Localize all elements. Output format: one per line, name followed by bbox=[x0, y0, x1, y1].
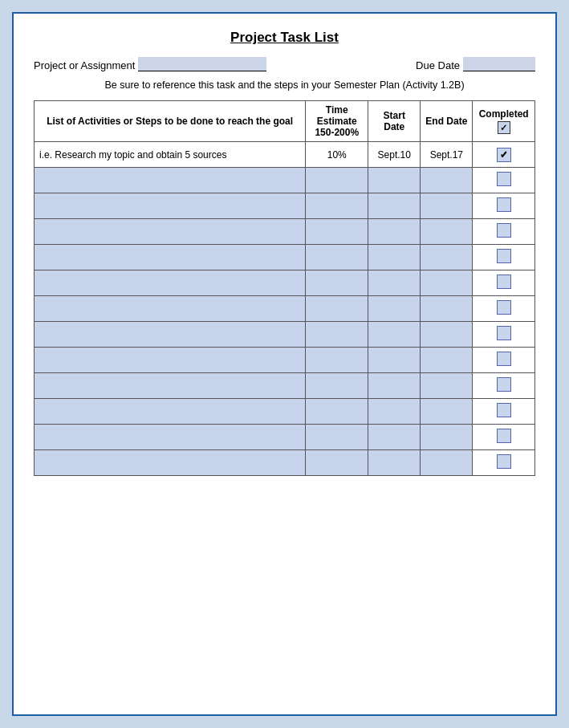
td-time[interactable] bbox=[306, 245, 368, 270]
td-time[interactable] bbox=[306, 219, 368, 245]
td-completed[interactable] bbox=[473, 373, 535, 399]
checkbox-icon[interactable] bbox=[497, 300, 511, 315]
td-activity[interactable] bbox=[35, 373, 306, 399]
checkbox-icon[interactable] bbox=[497, 249, 511, 263]
td-completed[interactable] bbox=[473, 399, 535, 425]
td-end[interactable] bbox=[421, 245, 473, 270]
td-activity[interactable] bbox=[35, 348, 306, 373]
checkbox-icon[interactable] bbox=[497, 377, 511, 392]
td-time[interactable] bbox=[306, 322, 368, 348]
table-row bbox=[35, 270, 535, 296]
td-time[interactable] bbox=[306, 296, 368, 322]
td-end[interactable] bbox=[421, 193, 473, 219]
checkbox-icon[interactable] bbox=[497, 326, 511, 340]
td-completed[interactable] bbox=[473, 348, 535, 373]
td-start[interactable] bbox=[368, 296, 421, 322]
due-date-label: Due Date bbox=[416, 59, 460, 71]
table-row bbox=[35, 168, 535, 193]
checkbox-icon[interactable] bbox=[497, 197, 511, 212]
checkbox-icon[interactable] bbox=[497, 352, 511, 366]
td-completed-example[interactable]: ✓ bbox=[473, 142, 535, 168]
td-end[interactable] bbox=[421, 322, 473, 348]
th-start: Start Date bbox=[368, 101, 421, 142]
td-time[interactable] bbox=[306, 399, 368, 425]
th-time: Time Estimate 150-200% bbox=[306, 101, 368, 142]
checkbox-icon[interactable] bbox=[497, 223, 511, 238]
td-start[interactable] bbox=[368, 399, 421, 425]
td-completed[interactable] bbox=[473, 219, 535, 245]
td-start[interactable] bbox=[368, 373, 421, 399]
td-start[interactable] bbox=[368, 245, 421, 270]
td-time[interactable] bbox=[306, 193, 368, 219]
td-start[interactable] bbox=[368, 425, 421, 450]
td-activity[interactable] bbox=[35, 245, 306, 270]
td-start[interactable] bbox=[368, 348, 421, 373]
table-row bbox=[35, 245, 535, 270]
td-activity[interactable] bbox=[35, 399, 306, 425]
td-time[interactable] bbox=[306, 425, 368, 450]
td-time[interactable] bbox=[306, 270, 368, 296]
checkbox-icon[interactable] bbox=[497, 275, 511, 289]
td-activity[interactable] bbox=[35, 425, 306, 450]
checkbox-icon[interactable] bbox=[497, 454, 511, 469]
td-activity-example: i.e. Research my topic and obtain 5 sour… bbox=[35, 142, 306, 168]
td-completed[interactable] bbox=[473, 296, 535, 322]
table-row bbox=[35, 450, 535, 476]
header-checkmark-icon: ✓ bbox=[498, 121, 510, 134]
table-header-row: List of Activities or Steps to be done t… bbox=[35, 101, 535, 142]
due-date-input[interactable] bbox=[463, 57, 535, 71]
table-row bbox=[35, 399, 535, 425]
td-activity[interactable] bbox=[35, 296, 306, 322]
table-row bbox=[35, 322, 535, 348]
td-activity[interactable] bbox=[35, 450, 306, 476]
project-label: Project or Assignment bbox=[34, 59, 135, 71]
td-activity[interactable] bbox=[35, 193, 306, 219]
td-start[interactable] bbox=[368, 450, 421, 476]
td-end[interactable] bbox=[421, 168, 473, 193]
table-row bbox=[35, 193, 535, 219]
td-completed[interactable] bbox=[473, 245, 535, 270]
td-end-example: Sept.17 bbox=[421, 142, 473, 168]
td-activity[interactable] bbox=[35, 168, 306, 193]
td-end[interactable] bbox=[421, 399, 473, 425]
td-time-example: 10% bbox=[306, 142, 368, 168]
td-start[interactable] bbox=[368, 193, 421, 219]
table-body: i.e. Research my topic and obtain 5 sour… bbox=[35, 142, 535, 476]
td-end[interactable] bbox=[421, 296, 473, 322]
td-time[interactable] bbox=[306, 168, 368, 193]
table-row-example: i.e. Research my topic and obtain 5 sour… bbox=[35, 142, 535, 168]
td-end[interactable] bbox=[421, 373, 473, 399]
td-time[interactable] bbox=[306, 348, 368, 373]
td-start[interactable] bbox=[368, 270, 421, 296]
checkbox-icon[interactable] bbox=[497, 172, 511, 186]
td-completed[interactable] bbox=[473, 322, 535, 348]
td-end[interactable] bbox=[421, 270, 473, 296]
td-end[interactable] bbox=[421, 450, 473, 476]
td-end[interactable] bbox=[421, 348, 473, 373]
td-activity[interactable] bbox=[35, 322, 306, 348]
td-activity[interactable] bbox=[35, 270, 306, 296]
td-end[interactable] bbox=[421, 219, 473, 245]
td-completed[interactable] bbox=[473, 450, 535, 476]
td-time[interactable] bbox=[306, 373, 368, 399]
td-time[interactable] bbox=[306, 450, 368, 476]
task-table: List of Activities or Steps to be done t… bbox=[34, 100, 535, 476]
td-end[interactable] bbox=[421, 425, 473, 450]
project-input[interactable] bbox=[138, 57, 266, 71]
checkbox-icon[interactable]: ✓ bbox=[497, 148, 511, 162]
td-start[interactable] bbox=[368, 219, 421, 245]
table-row bbox=[35, 219, 535, 245]
td-completed[interactable] bbox=[473, 425, 535, 450]
checkbox-icon[interactable] bbox=[497, 429, 511, 443]
page-title: Project Task List bbox=[34, 30, 535, 46]
checkbox-icon[interactable] bbox=[497, 403, 511, 417]
table-row bbox=[35, 373, 535, 399]
td-activity[interactable] bbox=[35, 219, 306, 245]
td-start[interactable] bbox=[368, 168, 421, 193]
td-completed[interactable] bbox=[473, 270, 535, 296]
td-completed[interactable] bbox=[473, 193, 535, 219]
table-row bbox=[35, 425, 535, 450]
page-container: Project Task List Project or Assignment … bbox=[0, 0, 569, 728]
td-start[interactable] bbox=[368, 322, 421, 348]
td-completed[interactable] bbox=[473, 168, 535, 193]
